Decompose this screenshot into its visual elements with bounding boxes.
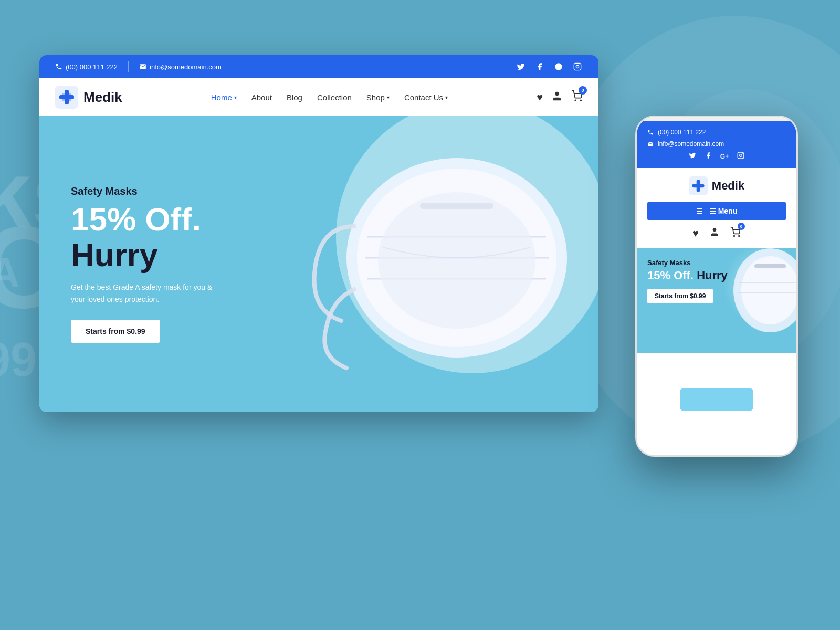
mobile-hero-cta[interactable]: Starts from $0.99 [647, 289, 713, 303]
mobile-hero: Safety Masks 15% Off. Hurry Starts from … [637, 248, 796, 353]
topbar-divider [128, 61, 129, 72]
svg-text:G+: G+ [555, 65, 560, 69]
nav-links: Home ▾ About Blog Collection Shop ▾ Cont… [211, 93, 448, 102]
email-icon [139, 63, 146, 70]
mobile-cart-button[interactable]: 0 [730, 227, 741, 240]
topbar-social: G+ [516, 61, 583, 72]
svg-point-29 [713, 228, 717, 232]
nav-blog-label: Blog [287, 93, 302, 102]
topbar-left: (00) 000 111 222 info@somedomain.com [55, 61, 222, 72]
mobile-cart-badge: 0 [738, 223, 745, 230]
mobile-email-row: info@somedomain.com [647, 140, 786, 148]
mobile-twitter-icon[interactable] [689, 152, 696, 161]
logo[interactable]: Medik [55, 86, 122, 109]
mobile-logo-icon [689, 176, 708, 195]
mobile-topbar: (00) 000 111 222 info@somedomain.com G+ [637, 121, 796, 168]
nav-home-caret: ▾ [234, 94, 237, 100]
desktop-window: (00) 000 111 222 info@somedomain.com [39, 55, 598, 412]
mobile-bottom-section [637, 353, 796, 416]
google-plus-icon[interactable]: G+ [553, 61, 564, 72]
mobile-nav-actions: ♥ 0 [692, 227, 741, 240]
nav-shop-label: Shop [366, 93, 385, 102]
hero-mask-visual [268, 116, 583, 410]
mobile-menu-button[interactable]: ☰ ☰ Menu [647, 202, 786, 220]
topbar: (00) 000 111 222 info@somedomain.com [39, 55, 598, 78]
svg-point-24 [740, 154, 742, 157]
svg-rect-11 [62, 98, 66, 101]
logo-icon [55, 86, 78, 109]
mobile-mockup: (00) 000 111 222 info@somedomain.com G+ [635, 116, 798, 457]
mobile-mask-svg [723, 248, 796, 338]
mobile-menu-label: ☰ Menu [709, 207, 737, 215]
svg-point-31 [739, 236, 740, 237]
mobile-account-button[interactable] [709, 227, 720, 240]
mobile-instagram-icon[interactable] [737, 152, 744, 161]
mobile-logo: Medik [689, 176, 744, 195]
wishlist-button[interactable]: ♥ [537, 91, 543, 103]
nav-shop-caret: ▾ [387, 94, 390, 100]
brand-name: Medik [83, 89, 122, 106]
account-button[interactable] [551, 90, 563, 104]
svg-point-13 [555, 91, 559, 95]
svg-point-25 [742, 153, 743, 154]
twitter-icon[interactable] [516, 61, 526, 72]
svg-rect-23 [738, 152, 744, 159]
mobile-facebook-icon[interactable] [705, 152, 712, 161]
svg-rect-36 [754, 264, 786, 268]
bg-text-a: A [0, 252, 20, 294]
mobile-wishlist-button[interactable]: ♥ [692, 227, 699, 239]
mobile-notch [637, 117, 796, 121]
hero-title-dark: Hurry [71, 237, 158, 273]
svg-rect-9 [62, 93, 66, 96]
mobile-phone-text: (00) 000 111 222 [658, 129, 706, 136]
svg-point-15 [580, 100, 581, 101]
nav-home[interactable]: Home ▾ [211, 93, 237, 102]
nav-contact-label: Contact Us [404, 93, 443, 102]
nav-shop[interactable]: Shop ▾ [366, 93, 390, 102]
nav-contact[interactable]: Contact Us ▾ [404, 93, 448, 102]
topbar-email: info@somedomain.com [139, 63, 222, 71]
hero-description: Get the best Grade A safety mask for you… [71, 281, 239, 305]
navbar: Medik Home ▾ About Blog Collection Shop … [39, 78, 598, 116]
mobile-email-text: info@somedomain.com [658, 140, 724, 148]
mobile-hero-title-white: 15% Off. [647, 269, 694, 282]
mobile-navbar: Medik ☰ ☰ Menu ♥ 0 [637, 168, 796, 248]
svg-rect-12 [68, 98, 71, 101]
svg-rect-8 [59, 95, 74, 99]
mobile-phone-icon [647, 129, 654, 135]
hero-subtitle: Safety Masks [71, 185, 291, 197]
cart-button[interactable]: 0 [571, 90, 583, 104]
mobile-phone-row: (00) 000 111 222 [647, 129, 786, 136]
topbar-phone-text: (00) 000 111 222 [66, 63, 118, 71]
svg-point-5 [579, 65, 580, 65]
nav-about[interactable]: About [251, 93, 272, 102]
svg-rect-3 [574, 63, 581, 70]
cart-badge: 0 [579, 86, 587, 94]
hero-title: 15% Off. Hurry [71, 202, 291, 273]
topbar-email-text: info@somedomain.com [150, 63, 222, 71]
mobile-social-row: G+ [647, 152, 786, 161]
mask-svg [289, 121, 583, 394]
mobile-google-plus-icon[interactable]: G+ [720, 153, 729, 160]
phone-icon [55, 63, 62, 70]
nav-collection[interactable]: Collection [317, 93, 352, 102]
nav-collection-label: Collection [317, 93, 352, 102]
mobile-brand-name: Medik [712, 179, 744, 193]
nav-blog[interactable]: Blog [287, 93, 302, 102]
svg-point-14 [575, 100, 576, 101]
nav-about-label: About [251, 93, 272, 102]
svg-point-4 [576, 65, 579, 68]
facebook-icon[interactable] [534, 61, 545, 72]
instagram-icon[interactable] [572, 61, 583, 72]
nav-home-label: Home [211, 93, 232, 102]
svg-rect-28 [692, 184, 704, 188]
svg-rect-10 [68, 93, 71, 96]
mobile-bottom-button[interactable] [680, 388, 753, 411]
nav-actions: ♥ 0 [537, 90, 583, 104]
hero-section: Safety Masks 15% Off. Hurry Get the best… [39, 116, 598, 412]
topbar-phone: (00) 000 111 222 [55, 63, 118, 71]
hero-cta-button[interactable]: Starts from $0.99 [71, 320, 160, 343]
hero-title-white: 15% Off. [71, 201, 201, 237]
mobile-email-icon [647, 141, 654, 147]
bg-text-price: 99 [0, 336, 37, 383]
